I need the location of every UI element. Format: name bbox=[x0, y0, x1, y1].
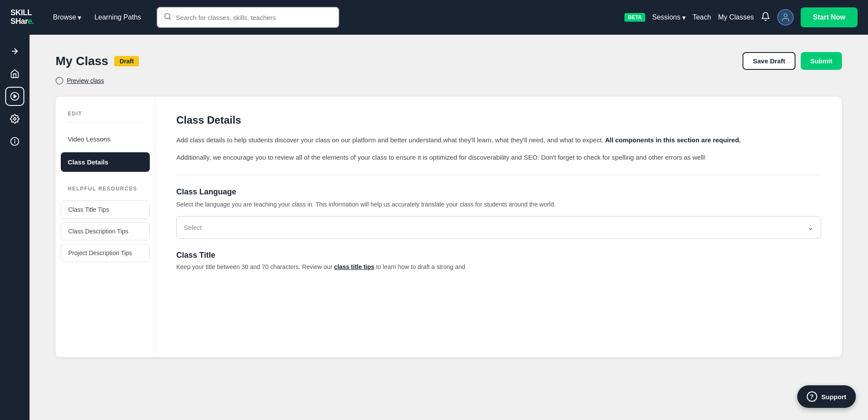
avatar[interactable] bbox=[777, 9, 794, 26]
panel-container: EDIT Video Lessons Class Details HELPFUL… bbox=[56, 97, 842, 357]
start-now-button[interactable]: Start Now bbox=[801, 7, 858, 27]
logo-line2: SHare. bbox=[10, 17, 34, 26]
content-area: My Class Draft Save Draft Submit Preview… bbox=[30, 35, 868, 420]
bell-icon[interactable] bbox=[761, 12, 770, 23]
select-placeholder: Select bbox=[184, 224, 202, 231]
class-title-tips-link[interactable]: class title tips bbox=[334, 263, 374, 270]
sessions-label: Sessions bbox=[652, 13, 680, 21]
support-label: Support bbox=[822, 393, 847, 400]
sidebar-expand-button[interactable] bbox=[5, 42, 24, 61]
class-language-desc: Select the language you are teaching you… bbox=[176, 200, 821, 209]
preview-class-link[interactable]: Preview class bbox=[56, 77, 842, 85]
preview-label: Preview class bbox=[67, 77, 104, 84]
preview-circle-icon bbox=[56, 77, 63, 85]
class-details-description1: Add class details to help students disco… bbox=[176, 135, 821, 145]
language-select[interactable]: Select ⌄ bbox=[176, 216, 821, 239]
header-actions: Save Draft Submit bbox=[743, 52, 842, 70]
resource-item-class-description-tips[interactable]: Class Description Tips bbox=[61, 222, 150, 240]
resource-label-0: Class Title Tips bbox=[68, 206, 109, 213]
svg-line-1 bbox=[169, 18, 171, 19]
resource-item-class-title-tips[interactable]: Class Title Tips bbox=[61, 200, 150, 219]
class-details-title: Class Details bbox=[176, 114, 821, 126]
search-bar[interactable] bbox=[157, 7, 339, 28]
class-language-label: Class Language bbox=[176, 187, 821, 197]
resource-label-1: Class Description Tips bbox=[68, 228, 129, 235]
section-divider bbox=[176, 175, 821, 175]
sessions-button[interactable]: Sessions ▾ bbox=[652, 13, 686, 22]
browse-label: Browse bbox=[53, 13, 76, 21]
class-language-section: Class Language Select the language you a… bbox=[176, 187, 821, 239]
chevron-down-icon: ⌄ bbox=[807, 223, 814, 232]
draft-badge: Draft bbox=[114, 56, 139, 66]
support-button[interactable]: ? Support bbox=[797, 385, 856, 408]
icon-sidebar bbox=[0, 35, 30, 420]
title-desc-end: to learn how to draft a strong and bbox=[376, 263, 465, 270]
beta-badge: BETA bbox=[624, 13, 645, 22]
svg-marker-5 bbox=[14, 95, 17, 98]
nav-item-video-lessons[interactable]: Video Lessons bbox=[56, 129, 155, 149]
page-title: My Class bbox=[56, 54, 108, 68]
learning-paths-link[interactable]: Learning Paths bbox=[89, 10, 146, 25]
sessions-chevron-icon: ▾ bbox=[682, 13, 686, 22]
nav-right: BETA Sessions ▾ Teach My Classes Start N… bbox=[624, 7, 858, 27]
class-title-section: Class Title Keep your title between 30 a… bbox=[176, 251, 821, 272]
edit-section-label: EDIT bbox=[56, 111, 155, 122]
nav-item-class-details[interactable]: Class Details bbox=[61, 152, 150, 172]
description1-text: Add class details to help students disco… bbox=[176, 136, 604, 144]
svg-point-6 bbox=[13, 118, 16, 120]
title-desc-text: Keep your title between 30 and 70 charac… bbox=[176, 263, 333, 270]
class-title-desc: Keep your title between 30 and 70 charac… bbox=[176, 262, 821, 272]
sidebar-home-button[interactable] bbox=[5, 64, 24, 83]
support-icon: ? bbox=[807, 391, 817, 402]
nav-links: Browse ▾ Learning Paths bbox=[48, 10, 146, 25]
search-icon bbox=[164, 13, 172, 22]
browse-chevron-icon: ▾ bbox=[78, 13, 81, 22]
teach-link[interactable]: Teach bbox=[693, 13, 711, 21]
submit-button[interactable]: Submit bbox=[801, 52, 842, 70]
my-classes-link[interactable]: My Classes bbox=[718, 13, 754, 21]
left-panel: EDIT Video Lessons Class Details HELPFUL… bbox=[56, 97, 155, 357]
class-title-label: Class Title bbox=[176, 251, 821, 260]
search-input[interactable] bbox=[176, 14, 332, 21]
resource-label-2: Project Description Tips bbox=[68, 249, 132, 256]
browse-link[interactable]: Browse ▾ bbox=[48, 10, 86, 25]
logo-line1: SKILL bbox=[10, 9, 34, 17]
class-details-description2: Additionally, we encourage you to review… bbox=[176, 152, 821, 163]
nav-divider bbox=[68, 122, 143, 122]
description1-bold: All components in this section are requi… bbox=[604, 136, 741, 144]
resource-item-project-description-tips[interactable]: Project Description Tips bbox=[61, 244, 150, 262]
logo-a: a bbox=[21, 17, 25, 26]
page-container: My Class Draft Save Draft Submit Preview… bbox=[0, 35, 868, 420]
sidebar-info-button[interactable] bbox=[5, 132, 24, 151]
logo-dot: e. bbox=[28, 17, 34, 26]
sidebar-settings-button[interactable] bbox=[5, 109, 24, 128]
navbar: SKILL SHare. Browse ▾ Learning Paths BET… bbox=[0, 0, 868, 35]
svg-point-2 bbox=[784, 14, 787, 17]
sidebar-play-button[interactable] bbox=[5, 87, 24, 106]
page-title-row: My Class Draft bbox=[56, 54, 139, 68]
resources-label: HELPFUL RESOURCES bbox=[56, 175, 155, 197]
learning-paths-label: Learning Paths bbox=[94, 13, 141, 21]
right-panel: Class Details Add class details to help … bbox=[155, 97, 842, 357]
logo[interactable]: SKILL SHare. bbox=[10, 9, 34, 26]
save-draft-button[interactable]: Save Draft bbox=[743, 52, 795, 70]
page-header: My Class Draft Save Draft Submit bbox=[56, 52, 842, 70]
